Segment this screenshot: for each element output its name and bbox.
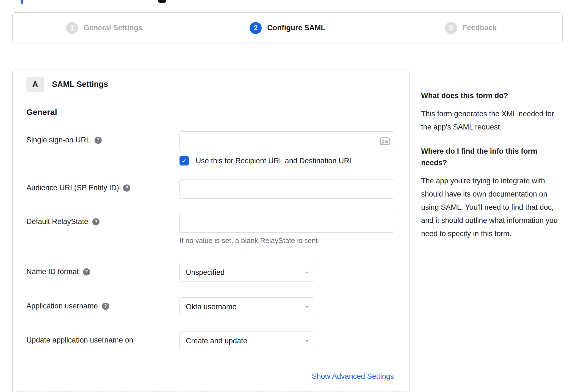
dropdown-arrow-icon: ▾ [306,270,308,275]
name-id-format-help-icon[interactable]: ? [83,268,90,275]
sso-url-label-group: Single sign-on URL ? [26,131,179,144]
step-feedback[interactable]: 3 Feedback [379,13,562,43]
sso-url-row: Single sign-on URL ? ✓ Use this for Reci… [26,131,394,165]
update-username-label-group: Update application username on [26,332,179,344]
sso-url-input[interactable] [179,131,394,151]
section-dashed-divider [16,391,406,391]
name-id-format-value: Unspecified [186,268,225,277]
update-username-select[interactable]: Create and update ▾ [179,332,314,350]
audience-uri-input[interactable] [179,179,394,199]
audience-uri-label: Audience URI (SP Entity ID) [26,184,119,192]
panel-title: SAML Settings [52,80,108,89]
application-username-label-group: Application username ? [26,297,179,310]
update-username-row: Update application username on Create an… [26,332,394,350]
dropdown-arrow-icon: ▾ [306,338,308,343]
step-2-label: Configure SAML [267,24,325,32]
recipient-url-checkbox-label: Use this for Recipient URL and Destinati… [196,157,353,165]
relay-state-label-group: Default RelayState ? [26,213,179,226]
application-username-row: Application username ? Okta username ▾ [26,297,394,316]
application-username-help-icon[interactable]: ? [102,303,109,310]
step-3-label: Feedback [463,24,497,32]
relay-state-help-icon[interactable]: ? [92,218,99,225]
general-section-heading: General [26,107,394,117]
help-question-2: Where do I find the info this form needs… [421,146,563,169]
relay-state-hint: If no value is set, a blank RelayState i… [179,236,394,245]
show-advanced-settings-link[interactable]: Show Advanced Settings [312,372,394,380]
relay-state-input[interactable] [179,213,394,233]
step-configure-saml[interactable]: 2 Configure SAML [196,13,379,43]
sso-url-label: Single sign-on URL [26,136,90,144]
help-answer-2: The app you're trying to integrate with … [421,174,563,240]
name-id-format-label: Name ID format [26,267,79,276]
update-username-label: Update application username on [26,336,133,344]
help-question-1: What does this form do? [421,90,563,102]
step-2-number-badge: 2 [250,22,262,34]
dropdown-arrow-icon: ▾ [306,304,308,309]
audience-uri-label-group: Audience URI (SP Entity ID) ? [26,179,179,192]
application-username-select[interactable]: Okta username ▾ [179,297,314,316]
saml-settings-panel: A SAML Settings General Single sign-on U… [12,70,410,392]
clipped-title-icon-artifact [158,0,166,3]
update-username-value: Create and update [186,337,247,345]
panel-header: A SAML Settings [26,77,394,92]
name-id-format-label-group: Name ID format ? [26,263,179,276]
step-3-number-badge: 3 [445,22,457,34]
clipped-title-cursor-artifact [21,0,23,4]
wizard-stepper: 1 General Settings 2 Configure SAML 3 Fe… [12,12,563,43]
advanced-settings-row: Show Advanced Settings [26,372,394,381]
step-1-label: General Settings [84,24,143,32]
application-username-value: Okta username [186,303,237,311]
step-general-settings[interactable]: 1 General Settings [13,13,196,43]
sso-url-help-icon[interactable]: ? [95,137,102,144]
name-id-format-row: Name ID format ? Unspecified ▾ [26,263,394,282]
application-username-label: Application username [26,302,98,310]
recipient-url-checkbox[interactable]: ✓ [179,156,189,165]
relay-state-row: Default RelayState ? If no value is set,… [26,213,394,245]
relay-state-label: Default RelayState [26,217,88,226]
audience-uri-row: Audience URI (SP Entity ID) ? [26,179,394,199]
help-sidebar: What does this form do? This form genera… [421,90,563,240]
help-answer-1: This form generates the XML needed for t… [421,107,563,134]
audience-uri-help-icon[interactable]: ? [123,184,130,192]
step-1-number-badge: 1 [66,22,78,34]
contact-card-icon [380,137,390,145]
recipient-url-checkbox-row: ✓ Use this for Recipient URL and Destina… [179,156,394,165]
section-a-badge: A [26,77,44,92]
name-id-format-select[interactable]: Unspecified ▾ [179,263,314,282]
